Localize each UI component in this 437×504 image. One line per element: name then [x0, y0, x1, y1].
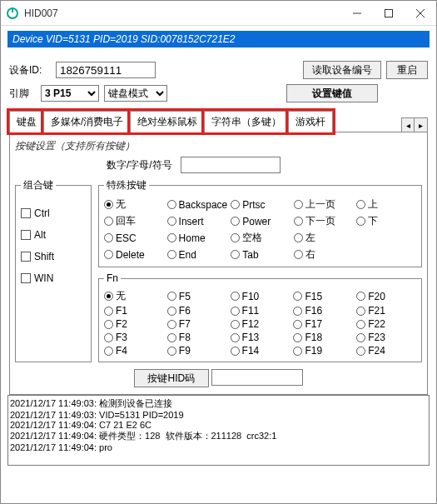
radio-f9[interactable]: F9 [167, 345, 227, 357]
radio-f4[interactable]: F4 [104, 345, 164, 357]
device-id-label: 设备ID: [9, 63, 51, 77]
radio-down[interactable]: 下 [356, 214, 416, 228]
radio-insert[interactable]: Insert [167, 214, 228, 228]
radio-up[interactable]: 上 [356, 197, 416, 212]
radio-f13[interactable]: F13 [231, 332, 291, 343]
radio-f5[interactable]: F5 [167, 289, 227, 303]
tab-joystick[interactable]: 游戏杆 [288, 111, 333, 132]
group-modifiers-legend: 组合键 [21, 178, 56, 192]
key-hid-button[interactable]: 按键HID码 [134, 369, 209, 387]
tabs-scroll-left[interactable]: ◂ [401, 117, 415, 132]
group-special-legend: 特殊按键 [104, 178, 149, 192]
radio-backspace[interactable]: Backspace [167, 197, 228, 212]
tab-string[interactable]: 字符串（多键） [204, 111, 289, 132]
radio-f16[interactable]: F16 [293, 305, 353, 317]
char-input-label: 数字/字母/符号 [107, 158, 172, 172]
radio-f24[interactable]: F24 [356, 345, 416, 357]
radio-delete[interactable]: Delete [104, 247, 164, 262]
radio-pgup[interactable]: 上一页 [294, 197, 354, 212]
log-output[interactable] [7, 395, 430, 466]
radio-none[interactable]: 无 [104, 197, 164, 212]
label-shift: Shift [34, 251, 54, 262]
window-title: HID007 [24, 7, 341, 19]
tabs-scroll-right[interactable]: ▸ [415, 117, 428, 132]
radio-f17[interactable]: F17 [293, 318, 353, 330]
checkbox-shift[interactable] [21, 252, 31, 262]
keyboard-mode-combo[interactable]: 键盘模式 [104, 85, 167, 102]
radio-end[interactable]: End [167, 247, 228, 262]
app-icon [6, 7, 19, 20]
close-button[interactable] [405, 1, 436, 26]
radio-tab[interactable]: Tab [231, 247, 291, 262]
minimize-button[interactable] [341, 1, 373, 26]
radio-pgdn[interactable]: 下一页 [294, 214, 354, 228]
device-id-input[interactable] [56, 62, 156, 78]
restart-button[interactable]: 重启 [386, 61, 428, 79]
pin-label: 引脚 [9, 87, 36, 101]
radio-prtsc[interactable]: Prtsc [231, 197, 291, 212]
title-bar: HID007 [1, 1, 436, 26]
radio-enter[interactable]: 回车 [104, 214, 164, 228]
tab-multimedia[interactable]: 多媒体/消费电子 [43, 111, 131, 132]
radio-f8[interactable]: F8 [167, 332, 227, 343]
tab-panel-keyboard: 按键设置（支持所有按键） 数字/字母/符号 组合键 Ctrl Alt Shift… [9, 132, 428, 395]
radio-f21[interactable]: F21 [356, 305, 416, 317]
radio-left[interactable]: 左 [294, 231, 354, 245]
radio-esc[interactable]: ESC [104, 231, 164, 245]
radio-f19[interactable]: F19 [293, 345, 353, 357]
checkbox-ctrl[interactable] [21, 208, 31, 218]
radio-f12[interactable]: F12 [231, 318, 291, 330]
label-alt: Alt [34, 229, 46, 241]
read-device-id-button[interactable]: 读取设备编号 [303, 61, 381, 79]
group-modifiers: 组合键 Ctrl Alt Shift WIN [15, 178, 92, 362]
radio-f14[interactable]: F14 [231, 345, 291, 357]
group-fn-keys: Fn 无 F5 F10 F15 F20 F1 F6 F11 F16 F21 F2… [98, 272, 422, 362]
radio-f11[interactable]: F11 [231, 305, 291, 317]
label-ctrl: Ctrl [34, 207, 50, 219]
checkbox-alt[interactable] [21, 230, 31, 240]
tab-keyboard[interactable]: 键盘 [9, 111, 44, 132]
radio-f2[interactable]: F2 [104, 318, 164, 330]
radio-f23[interactable]: F23 [356, 332, 416, 343]
tabs-bar: 键盘 多媒体/消费电子 绝对坐标鼠标 字符串（多键） 游戏杆 ◂ ▸ [9, 111, 428, 132]
pin-combo[interactable]: 3 P15 [41, 85, 99, 102]
radio-f3[interactable]: F3 [104, 332, 164, 343]
radio-f20[interactable]: F20 [356, 289, 416, 303]
group-fn-legend: Fn [104, 272, 121, 284]
radio-f6[interactable]: F6 [167, 305, 227, 317]
group-special-keys: 特殊按键 无 Backspace Prtsc 上一页 上 回车 Insert P… [98, 178, 422, 267]
tab-abs-mouse[interactable]: 绝对坐标鼠标 [130, 111, 205, 132]
set-key-value-button[interactable]: 设置键值 [286, 84, 378, 102]
maximize-button[interactable] [373, 1, 405, 26]
radio-f7[interactable]: F7 [167, 318, 227, 330]
checkbox-win[interactable] [21, 273, 31, 283]
radio-fn-none[interactable]: 无 [104, 289, 164, 303]
radio-f15[interactable]: F15 [293, 289, 353, 303]
panel-note: 按键设置（支持所有按键） [15, 139, 422, 153]
label-win: WIN [34, 272, 53, 284]
svg-rect-3 [385, 9, 393, 17]
radio-f10[interactable]: F10 [231, 289, 291, 303]
radio-right[interactable]: 右 [294, 247, 354, 262]
radio-f22[interactable]: F22 [356, 318, 416, 330]
char-input[interactable] [181, 157, 281, 173]
radio-home[interactable]: Home [167, 231, 228, 245]
radio-f18[interactable]: F18 [293, 332, 353, 343]
radio-f1[interactable]: F1 [104, 305, 164, 317]
key-hid-input[interactable] [211, 369, 303, 386]
radio-power[interactable]: Power [231, 214, 291, 228]
radio-space[interactable]: 空格 [231, 231, 291, 245]
device-info-banner: Device VID=5131 PID=2019 SID:0078152C721… [7, 31, 430, 47]
